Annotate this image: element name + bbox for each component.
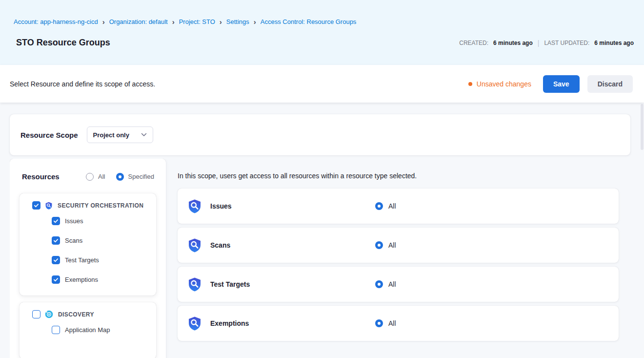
security-orchestration-checkbox[interactable] <box>32 201 40 210</box>
unsaved-dot-icon <box>468 82 472 86</box>
check-icon <box>34 203 39 208</box>
resource-group-discovery: DISCOVERY Application Map <box>20 302 156 358</box>
check-icon <box>53 218 59 224</box>
tree-item-label: Exemptions <box>65 276 98 283</box>
radio-icon[interactable] <box>375 241 383 249</box>
chevron-right-icon: › <box>254 19 256 25</box>
chevron-right-icon: › <box>102 19 105 25</box>
group-label: SECURITY ORCHESTRATION <box>58 202 143 209</box>
radio-icon[interactable] <box>375 280 383 288</box>
chevron-right-icon: › <box>172 19 175 25</box>
chevron-down-icon <box>141 133 147 137</box>
check-icon <box>53 238 59 243</box>
issues-checkbox[interactable] <box>52 217 60 225</box>
tree-item-issues[interactable]: Issues <box>27 211 149 231</box>
meta-divider: | <box>538 39 540 47</box>
breadcrumb-settings-link[interactable]: Settings <box>226 18 249 25</box>
resource-row-scans: Scans All <box>178 228 619 263</box>
tree-item-application-map[interactable]: Application Map <box>27 320 149 339</box>
radio-icon[interactable] <box>375 319 383 327</box>
tree-item-label: Scans <box>65 237 82 244</box>
resource-row-exemptions: Exemptions All <box>178 306 619 341</box>
radio-icon[interactable] <box>86 173 94 181</box>
shield-search-icon <box>187 238 202 253</box>
access-all-radio[interactable]: All <box>375 319 396 327</box>
shield-search-icon <box>45 202 53 210</box>
resource-scope-card: Resource Scope Project only <box>10 114 630 155</box>
shield-search-icon <box>187 277 202 292</box>
exemptions-checkbox[interactable] <box>52 275 60 284</box>
scope-detail-panel: In this scope, users get access to all r… <box>178 159 630 358</box>
created-label: CREATED: <box>459 40 488 46</box>
access-all-label: All <box>388 280 396 288</box>
resources-mode-specified-label: Specified <box>128 173 154 180</box>
resources-mode-specified-radio[interactable]: Specified <box>116 173 154 181</box>
resources-mode-all-label: All <box>98 173 105 180</box>
tree-item-label: Application Map <box>65 326 110 334</box>
discovery-checkbox[interactable] <box>32 310 40 318</box>
breadcrumb-organization-link[interactable]: Organization: default <box>109 18 168 25</box>
unsaved-changes-indicator: Unsaved changes <box>468 80 531 88</box>
resource-scope-selected-value: Project only <box>93 131 129 139</box>
check-icon <box>53 277 59 282</box>
resource-row-title: Exemptions <box>210 319 249 327</box>
application-map-checkbox[interactable] <box>52 326 60 334</box>
shield-search-icon <box>187 199 202 213</box>
access-all-label: All <box>388 241 396 249</box>
access-all-radio[interactable]: All <box>375 202 396 210</box>
breadcrumb: Account: app-harness-ng-cicd › Organizat… <box>14 0 644 25</box>
created-value: 6 minutes ago <box>493 40 533 46</box>
save-button[interactable]: Save <box>543 75 580 93</box>
last-updated-value: 6 minutes ago <box>594 40 634 46</box>
breadcrumb-resource-groups-link[interactable]: Access Control: Resource Groups <box>261 18 357 25</box>
resource-row-issues: Issues All <box>178 189 619 224</box>
access-all-radio[interactable]: All <box>375 280 396 288</box>
page-header: Account: app-harness-ng-cicd › Organizat… <box>0 0 644 65</box>
tree-item-label: Issues <box>65 217 83 225</box>
resource-scope-dropdown[interactable]: Project only <box>87 126 153 143</box>
access-all-label: All <box>388 202 396 210</box>
vertical-scrollbar-thumb[interactable] <box>641 104 644 150</box>
resource-row-title: Scans <box>210 241 230 249</box>
scans-checkbox[interactable] <box>52 236 60 245</box>
radio-icon[interactable] <box>116 173 124 181</box>
test-targets-checkbox[interactable] <box>52 256 60 264</box>
resource-row-test-targets: Test Targets All <box>178 267 619 302</box>
last-updated-label: LAST UPDATED: <box>544 40 589 46</box>
unsaved-changes-label: Unsaved changes <box>477 80 531 88</box>
page-title: STO Resource Groups <box>16 38 110 48</box>
tree-item-label: Test Targets <box>65 256 99 264</box>
resource-row-title: Test Targets <box>210 280 250 288</box>
action-toolbar: Select Resource and define its scope of … <box>0 65 644 103</box>
tree-item-exemptions[interactable]: Exemptions <box>27 270 149 289</box>
check-icon <box>53 257 59 263</box>
radio-icon[interactable] <box>375 202 383 210</box>
access-all-label: All <box>388 319 396 327</box>
resource-group-security-orchestration: SECURITY ORCHESTRATION Issues Scans <box>20 193 156 295</box>
group-label: DISCOVERY <box>58 311 94 318</box>
timestamps: CREATED: 6 minutes ago | LAST UPDATED: 6… <box>459 39 634 47</box>
access-all-radio[interactable]: All <box>375 241 396 249</box>
breadcrumb-project-link[interactable]: Project: STO <box>179 18 215 25</box>
resources-mode-all-radio[interactable]: All <box>86 173 105 181</box>
tree-item-test-targets[interactable]: Test Targets <box>27 250 149 270</box>
discovery-target-icon <box>45 310 53 318</box>
toolbar-description: Select Resource and define its scope of … <box>10 80 155 88</box>
tree-item-scans[interactable]: Scans <box>27 231 149 250</box>
page-body: Resource Scope Project only Resources Al… <box>0 103 644 358</box>
resource-scope-label: Resource Scope <box>20 131 78 139</box>
chevron-right-icon: › <box>220 19 222 25</box>
scope-description: In this scope, users get access to all r… <box>178 172 630 180</box>
breadcrumb-account-link[interactable]: Account: app-harness-ng-cicd <box>14 18 98 25</box>
resource-row-title: Issues <box>210 202 232 210</box>
discard-button[interactable]: Discard <box>587 75 633 93</box>
shield-search-icon <box>187 316 202 331</box>
resources-title: Resources <box>22 172 60 181</box>
resources-panel: Resources All Specified <box>10 159 166 358</box>
